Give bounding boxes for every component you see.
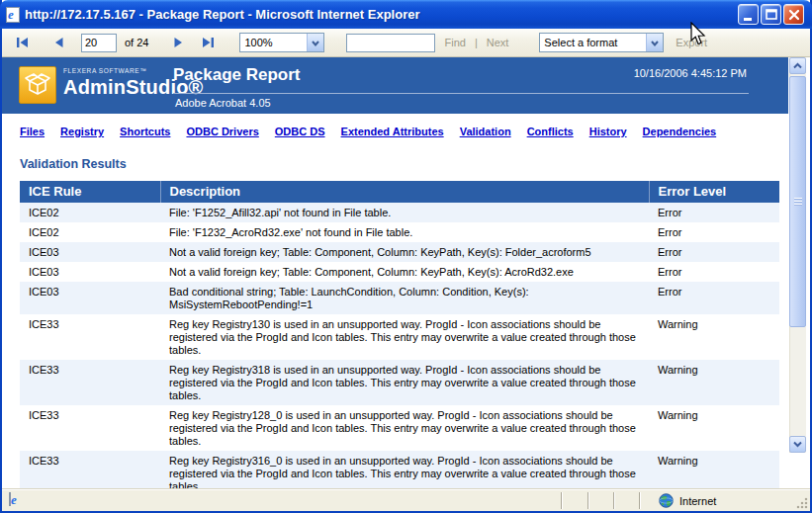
scroll-down-button[interactable] (789, 436, 806, 453)
statusbar-separator (561, 492, 563, 509)
browser-viewport: FLEXERA SOFTWARE™ AdminStudio® Package R… (2, 57, 810, 488)
description-cell: Bad conditional string; Table: LaunchCon… (160, 282, 649, 314)
table-row: ICE02File: 'F1252_Afill32.api' not found… (20, 203, 779, 222)
nav-link-files[interactable]: Files (20, 126, 45, 137)
previous-page-button[interactable] (49, 33, 69, 52)
statusbar-separator (587, 492, 589, 509)
find-next-button[interactable]: Next (487, 37, 509, 48)
export-button[interactable]: Export (676, 37, 707, 48)
chevron-down-icon[interactable] (307, 34, 323, 51)
find-button[interactable]: Find (444, 37, 465, 48)
error-level-cell: Warning (649, 451, 779, 488)
nav-link-registry[interactable]: Registry (60, 126, 104, 137)
report-timestamp: 10/16/2006 4:45:12 PM (634, 67, 747, 79)
vertical-scrollbar[interactable] (789, 57, 806, 453)
report-page: FLEXERA SOFTWARE™ AdminStudio® Package R… (2, 57, 788, 488)
error-level-cell: Warning (649, 314, 779, 360)
page-number-input[interactable] (81, 34, 117, 52)
nav-link-odbc-ds[interactable]: ODBC DS (275, 126, 325, 137)
nav-link-extended-attributes[interactable]: Extended Attributes (341, 126, 444, 137)
minimize-button[interactable] (738, 4, 759, 25)
section-title: Validation Results (2, 145, 788, 181)
table-row: ICE33Reg key Registry128_0 is used in an… (20, 405, 779, 451)
ice-rule-cell: ICE03 (20, 262, 160, 282)
report-title: Package Report (173, 65, 301, 85)
table-row: ICE03Not a valid foreign key; Table: Com… (20, 242, 779, 262)
nav-link-conflicts[interactable]: Conflicts (527, 126, 574, 137)
table-row: ICE33Reg key Registry316_0 is used in an… (20, 451, 779, 488)
description-cell: Reg key Registry130 is used in an unsupp… (160, 314, 649, 360)
ice-rule-cell: ICE33 (20, 451, 160, 488)
find-text-input[interactable] (346, 34, 435, 52)
error-level-cell: Error (649, 242, 779, 262)
statusbar-separator (613, 492, 615, 509)
error-level-cell: Error (649, 203, 779, 222)
globe-icon (659, 493, 674, 508)
ice-rule-cell: ICE03 (20, 282, 160, 314)
scrollbar-thumb[interactable] (789, 76, 806, 327)
validation-results-table: ICE Rule Description Error Level ICE02Fi… (20, 181, 779, 488)
find-next-separator: | (475, 37, 478, 48)
ice-rule-cell: ICE33 (20, 314, 160, 360)
nav-link-dependencies[interactable]: Dependencies (643, 126, 717, 137)
page-count-label: of 24 (125, 37, 148, 48)
table-row: ICE33Reg key Registry130 is used in an u… (20, 314, 779, 360)
close-button[interactable] (783, 4, 804, 25)
description-cell: File: 'F1252_Afill32.api' not found in F… (160, 203, 649, 222)
ice-rule-cell: ICE33 (20, 360, 160, 405)
window-controls (738, 4, 804, 25)
error-level-cell: Warning (649, 405, 779, 451)
header-divider (173, 93, 749, 94)
table-row: ICE03Bad conditional string; Table: Laun… (20, 282, 779, 314)
description-cell: File: 'F1232_AcroRd32.exe' not found in … (160, 222, 649, 242)
ice-rule-cell: ICE33 (20, 405, 160, 451)
adminstudio-logo-icon (19, 66, 56, 104)
ice-rule-cell: ICE02 (20, 222, 160, 242)
description-cell: Not a valid foreign key; Table: Componen… (160, 262, 649, 282)
security-zone: Internet (659, 493, 716, 508)
description-cell: Reg key Registry318 is used in an unsupp… (160, 360, 649, 405)
ie-page-icon (6, 7, 20, 23)
zoom-select[interactable]: 100% (239, 33, 324, 52)
error-level-cell: Error (649, 262, 779, 282)
table-row: ICE33Reg key Registry318 is used in an u… (20, 360, 779, 405)
statusbar-separator (639, 492, 641, 509)
resize-grip[interactable] (795, 496, 808, 509)
chevron-down-icon[interactable] (646, 34, 663, 51)
table-header-row: ICE Rule Description Error Level (20, 181, 779, 203)
error-level-cell: Error (649, 282, 779, 314)
error-level-cell: Warning (649, 360, 779, 405)
report-toolbar: of 24 100% Find | Next Select a format E… (2, 29, 810, 57)
zone-label: Internet (679, 495, 716, 507)
nav-link-validation[interactable]: Validation (460, 126, 511, 137)
description-cell: Reg key Registry316_0 is used in an unsu… (160, 451, 649, 488)
nav-link-odbc-drivers[interactable]: ODBC Drivers (186, 126, 258, 137)
ice-rule-cell: ICE02 (20, 203, 160, 222)
export-format-value: Select a format (544, 37, 617, 48)
package-name: Adobe Acrobat 4.05 (175, 97, 271, 109)
next-page-button[interactable] (168, 33, 188, 52)
report-section-nav: FilesRegistryShortcutsODBC DriversODBC D… (2, 114, 788, 145)
description-cell: Not a valid foreign key; Table: Componen… (160, 242, 649, 262)
browser-window: http://172.17.5.167 - Package Report - M… (0, 0, 812, 513)
error-level-column-header: Error Level (649, 181, 779, 203)
nav-link-history[interactable]: History (589, 126, 627, 137)
status-bar: Internet (2, 488, 810, 511)
table-row: ICE02File: 'F1232_AcroRd32.exe' not foun… (20, 222, 779, 242)
export-format-select[interactable]: Select a format (539, 33, 664, 52)
title-bar[interactable]: http://172.17.5.167 - Package Report - M… (0, 0, 812, 29)
nav-link-shortcuts[interactable]: Shortcuts (120, 126, 170, 137)
error-level-cell: Error (649, 222, 779, 242)
scroll-up-button[interactable] (789, 57, 806, 74)
scrollbar-grip (794, 198, 802, 206)
first-page-button[interactable] (12, 33, 32, 52)
ice-rule-cell: ICE03 (20, 242, 160, 262)
window-title: http://172.17.5.167 - Package Report - M… (25, 7, 738, 22)
report-header-banner: FLEXERA SOFTWARE™ AdminStudio® Package R… (2, 57, 788, 114)
ice-rule-column-header: ICE Rule (20, 181, 160, 203)
ie-page-icon (9, 492, 11, 506)
description-cell: Reg key Registry128_0 is used in an unsu… (160, 405, 649, 451)
table-row: ICE03Not a valid foreign key; Table: Com… (20, 262, 779, 282)
maximize-button[interactable] (761, 4, 781, 25)
last-page-button[interactable] (198, 33, 218, 52)
